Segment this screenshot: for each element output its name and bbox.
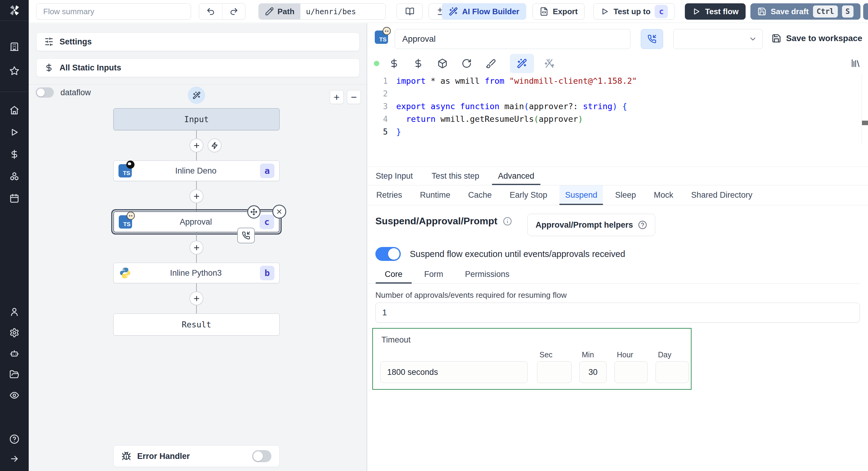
save-draft-button[interactable]: Save draft Ctrl S [750,3,861,20]
zoom-out-button[interactable]: − [347,90,361,104]
editor-tool-wand[interactable] [510,54,534,73]
stab-sleep[interactable]: Sleep [609,185,642,205]
graph-ai-button[interactable] [188,87,205,104]
sidebar-item-help[interactable] [0,434,29,444]
redo-button[interactable] [222,4,245,19]
approvals-count-input[interactable] [375,303,860,323]
path-button[interactable]: Path u/henri/bes [258,3,385,20]
info-icon[interactable] [503,217,512,226]
wand-icon [517,58,527,69]
stab-retries[interactable]: Retries [371,185,408,205]
zoom-in-button[interactable]: + [330,90,344,104]
flow-settings-card[interactable]: Settings [36,32,360,51]
insert-step-button[interactable] [189,241,204,255]
save-to-workspace-button[interactable]: Save to workspace [772,34,862,43]
book-open-icon [405,7,414,16]
deploy-button-partial[interactable] [863,3,868,20]
ai-flow-builder-button[interactable]: AI Flow Builder [442,3,526,20]
suspend-section-tabs: CoreFormPermissions [368,265,860,284]
dataflow-label: dataflow [60,88,91,97]
export-button[interactable]: Export [532,3,585,20]
timeout-duration-input[interactable] [380,361,528,383]
stab-runtime[interactable]: Runtime [414,185,456,205]
stab-suspend[interactable]: Suspend [559,185,603,205]
stab-shared-directory[interactable]: Shared Directory [685,185,758,205]
bolt-icon [211,142,218,149]
ctab-form[interactable]: Form [415,265,453,284]
sidebar-item-boxes[interactable] [0,171,29,181]
flow-summary-input[interactable] [36,3,191,20]
sidebar-item-eye[interactable] [0,390,29,400]
step-options-select[interactable] [673,29,763,49]
insert-step-button[interactable] [189,189,204,203]
sidebar-item-calendar[interactable] [0,193,29,203]
error-handler-card[interactable]: Error Handler [113,445,280,467]
flow-result-node[interactable]: Result [113,314,280,335]
sidebar-item-home[interactable] [0,105,29,115]
mtab-test-this-step[interactable]: Test this step [426,167,485,185]
bun-icon [383,27,391,35]
sidebar-item-user[interactable] [0,306,29,317]
flow-step-inline-python3[interactable]: Inline Python3b [113,263,280,283]
stab-mock[interactable]: Mock [648,185,679,205]
code-editor[interactable]: 12345 import * as wmill from "windmill-c… [368,73,868,144]
all-static-inputs-card[interactable]: All Static Inputs [36,58,360,77]
stab-early-stop[interactable]: Early Stop [504,185,553,205]
timeout-hour-input[interactable] [614,361,648,383]
suspend-phone-button[interactable] [641,29,663,49]
editor-tool-sparkles[interactable] [544,54,555,73]
editor-tool-package[interactable] [437,54,447,73]
trigger-button[interactable] [208,139,221,152]
flow-step-inline-deno[interactable]: TSInline Denoa [113,160,280,181]
timeout-day-input[interactable] [655,361,689,383]
timeout-sec-input[interactable] [537,361,571,383]
timeout-min-input[interactable] [579,361,607,383]
insert-step-button[interactable] [189,139,204,152]
sidebar-item-building[interactable] [0,41,29,52]
minimap-slider[interactable] [862,121,868,125]
approval-prompt-helpers-button[interactable]: Approval/Prompt helpers [527,214,655,236]
wand-icon [192,91,201,99]
mtab-step-input[interactable]: Step Input [370,167,419,185]
error-handler-toggle[interactable] [252,450,271,462]
sidebar-item-play[interactable] [0,127,29,137]
editor-tool-dollar[interactable] [389,54,399,73]
editor-tool-refresh[interactable] [462,54,472,73]
mtab-advanced[interactable]: Advanced [492,167,540,185]
plus-icon [193,295,200,302]
panel-divider [29,84,367,85]
flow-step-approval[interactable]: TSApprovalc [113,211,280,233]
sidebar-item-star[interactable] [0,66,29,76]
approvals-count-label: Number of approvals/events required for … [375,291,567,300]
test-up-to-button[interactable]: Test up to c [593,3,675,20]
step-name-input[interactable] [395,29,630,49]
undo-redo-group [199,3,245,20]
editor-code: import * as wmill from "windmill-client@… [395,73,868,144]
docs-button[interactable] [397,3,423,20]
test-flow-button[interactable]: Test flow [685,3,746,20]
line-number: 2 [368,87,395,100]
library-icon[interactable] [850,58,861,68]
ctab-core[interactable]: Core [376,265,412,284]
move-step-button[interactable] [247,205,260,218]
dataflow-toggle[interactable] [36,87,54,98]
windmill-logo[interactable] [0,4,29,17]
sidebar-item-collapse[interactable] [0,453,29,464]
undo-button[interactable] [199,4,222,19]
stab-cache[interactable]: Cache [462,185,497,205]
editor-tool-dollar[interactable] [413,54,424,73]
ctab-permissions[interactable]: Permissions [456,265,519,284]
path-segment: Path [259,4,301,19]
sidebar-item-dollar[interactable] [0,149,29,159]
editor-tool-brush[interactable] [486,54,496,73]
sidebar-item-settings[interactable] [0,327,29,338]
save-icon [757,7,767,16]
sidebar-item-bot[interactable] [0,348,29,358]
top-toolbar: Path u/henri/bes Diff AI Flow Builder Ex… [29,0,868,23]
flow-input-node[interactable]: Input [113,108,280,130]
insert-step-button[interactable] [189,291,204,305]
sidebar-item-folder[interactable] [0,369,29,379]
suspend-toggle[interactable] [375,247,401,261]
delete-step-button[interactable] [272,205,286,218]
boxes-icon [9,171,19,181]
